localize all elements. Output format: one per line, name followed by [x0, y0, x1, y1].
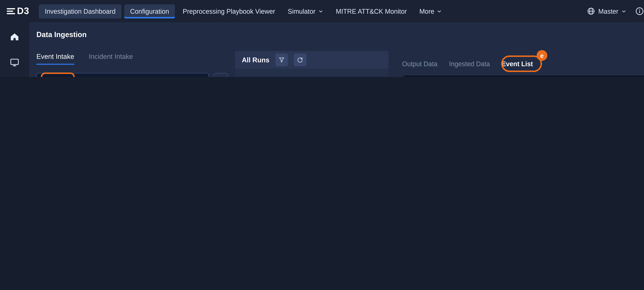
sidebar-item-workspace[interactable] — [2, 50, 27, 75]
runs-refresh-button[interactable] — [294, 54, 306, 66]
globe-icon — [587, 7, 596, 16]
top-navigation: Investigation Dashboard Configuration Pr… — [39, 4, 447, 18]
tab-ingested-data[interactable]: Ingested Data — [449, 60, 490, 68]
nav-investigation-dashboard[interactable]: Investigation Dashboard — [39, 4, 121, 18]
add-integration-button[interactable] — [213, 73, 228, 77]
runs-header: All Runs — [235, 51, 388, 69]
d3-logo-text: D3 — [17, 6, 29, 17]
runs-panel: All Runs From (PST) To (PST) — [235, 51, 388, 77]
funnel-icon — [278, 57, 285, 63]
chevron-down-icon — [437, 9, 442, 14]
monitor-icon — [4, 52, 25, 73]
topbar: D3 Investigation Dashboard Configuration… — [0, 0, 644, 23]
tab-event-intake[interactable]: Event Intake — [36, 53, 74, 65]
chevron-down-icon — [318, 9, 323, 14]
nav-configuration[interactable]: Configuration — [124, 4, 175, 18]
integration-search — [36, 73, 209, 77]
tab-event-list[interactable]: Event List — [502, 60, 533, 68]
event-list-json-viewer: 1∨{2"Result": "1 event(s) created.",3∨"E… — [402, 75, 644, 77]
d3-logo[interactable]: D3 — [7, 6, 29, 17]
nav-simulator[interactable]: Simulator — [283, 4, 328, 18]
runs-date-filters: From (PST) To (PST) — [235, 69, 388, 77]
intake-tabs: Event Intake Incident Intake — [36, 53, 133, 65]
nav-simulator-label: Simulator — [288, 8, 316, 15]
tab-incident-intake[interactable]: Incident Intake — [89, 53, 133, 65]
home-icon — [4, 27, 25, 47]
refresh-icon — [296, 56, 304, 64]
chevron-down-icon — [621, 9, 626, 14]
page-title: Data Ingestion — [36, 30, 87, 39]
tab-output-data[interactable]: Output Data — [402, 60, 438, 68]
branch-label: Master — [598, 8, 618, 15]
main-content: Data Ingestion Event Intake Incident Int… — [29, 23, 644, 77]
d3-logo-bars-icon — [7, 7, 16, 15]
output-tabs: Output Data Ingested Data Event List — [402, 60, 533, 68]
nav-more[interactable]: More — [414, 4, 447, 18]
nav-preprocessing-playbook-viewer[interactable]: Preprocessing Playbook Viewer — [178, 4, 280, 18]
sidebar-item-home[interactable] — [2, 24, 27, 50]
nav-mitre-attck-monitor[interactable]: MITRE ATT&CK Monitor — [331, 4, 412, 18]
branch-selector[interactable]: Master — [587, 7, 626, 16]
info-icon[interactable] — [635, 6, 644, 16]
app-root: D3 Investigation Dashboard Configuration… — [0, 0, 644, 77]
nav-more-label: More — [419, 8, 434, 15]
sidebar-item-playbooks[interactable] — [2, 75, 27, 77]
topbar-right: Master + Incident 2 — [587, 4, 644, 19]
runs-header-title: All Runs — [242, 56, 270, 64]
sidebar — [0, 23, 29, 77]
runs-filter-button[interactable] — [275, 54, 288, 66]
